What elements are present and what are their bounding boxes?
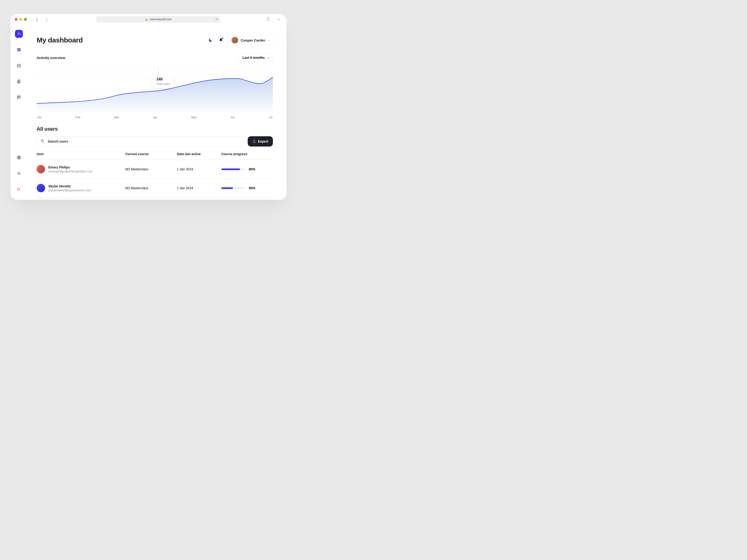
x-tick: Mar <box>114 116 119 119</box>
chart-tooltip: 349 Total users <box>153 75 174 88</box>
user-name: Skylar Herwitz <box>48 184 91 188</box>
search-input[interactable] <box>47 139 239 143</box>
user-email: skylarhewitz@skylarhewitz.com <box>48 189 91 192</box>
sidebar-item-logout[interactable] <box>15 185 23 193</box>
sidebar-item-help[interactable] <box>15 154 23 161</box>
activity-title: Activity overview <box>37 56 66 60</box>
x-tick: Feb <box>76 116 80 119</box>
user-last-active: 1 Jan 2024 <box>177 167 221 171</box>
progress-percent: 50% <box>249 186 255 190</box>
search-icon <box>41 139 44 144</box>
col-header-last-active: Date last active <box>177 152 221 156</box>
chevron-down-icon: ⌄ <box>267 38 270 42</box>
progress-percent: 80% <box>249 167 255 171</box>
export-label: Export <box>258 139 268 143</box>
browser-window: ❮ ❯ 🔒 www.blastoff.com ⟳ ＋ <box>10 14 286 200</box>
maximize-window-button[interactable] <box>24 18 27 21</box>
svg-rect-4 <box>17 50 19 51</box>
user-email: emeryphilips@emeryphillips.com <box>48 170 93 173</box>
x-tick: Jun <box>230 116 235 119</box>
x-tick: Apr <box>153 116 157 119</box>
export-icon <box>252 139 256 144</box>
minimize-window-button[interactable] <box>19 18 22 21</box>
time-range-label: Last 6 months <box>242 56 265 59</box>
svg-point-7 <box>18 157 20 158</box>
x-tick: Jan <box>37 116 42 119</box>
sidebar-item-messages[interactable] <box>15 93 23 101</box>
sidebar-item-dashboard[interactable] <box>15 46 23 54</box>
window-controls <box>15 18 27 21</box>
table-row[interactable]: Skylar Herwitz skylarhewitz@skylarhewitz… <box>37 179 273 197</box>
close-window-button[interactable] <box>15 18 18 21</box>
user-course: ND Masterclass <box>125 186 177 190</box>
nav-back-button[interactable]: ❮ <box>33 17 41 22</box>
page-title: My dashboard <box>37 36 83 44</box>
dark-mode-toggle[interactable] <box>208 37 213 43</box>
progress-bar <box>221 187 244 189</box>
users-table: User Current course Date last active Cou… <box>37 152 273 200</box>
svg-point-13 <box>41 139 43 142</box>
sidebar-app-logo[interactable] <box>15 30 23 38</box>
col-header-course: Current course <box>125 152 177 156</box>
nav-forward-button[interactable]: ❯ <box>43 17 50 22</box>
x-tick: Jul <box>269 116 273 119</box>
chart-x-axis: JanFebMarAprMayJunJul <box>37 116 273 119</box>
account-name: Cooper Carder <box>241 38 265 42</box>
address-bar[interactable]: 🔒 www.blastoff.com ⟳ <box>96 16 220 23</box>
chevron-down-icon: ⌄ <box>267 56 269 59</box>
user-last-active: 1 Jan 2024 <box>177 186 221 190</box>
search-users-field[interactable] <box>37 136 243 146</box>
url-text: www.blastoff.com <box>150 18 171 21</box>
notifications-button[interactable] <box>218 37 224 43</box>
user-avatar <box>37 184 45 192</box>
users-title: All users <box>37 126 273 132</box>
sidebar-item-documents[interactable] <box>15 77 23 85</box>
svg-rect-5 <box>18 80 20 82</box>
user-course: ND Masterclass <box>125 167 177 171</box>
svg-rect-2 <box>19 48 21 49</box>
x-tick: May <box>191 116 197 119</box>
reload-icon[interactable]: ⟳ <box>215 18 218 21</box>
tooltip-value: 349 <box>156 77 170 81</box>
progress-bar <box>221 168 244 170</box>
user-name: Emery Philips <box>48 165 93 169</box>
avatar <box>231 37 238 44</box>
sidebar-item-settings[interactable] <box>15 169 23 177</box>
svg-point-8 <box>19 173 20 174</box>
svg-rect-1 <box>17 48 19 50</box>
export-button[interactable]: Export <box>248 136 273 146</box>
activity-chart: 349 Total users <box>37 67 273 114</box>
main-panel: My dashboard Cooper Carder ⌄ <box>27 28 282 200</box>
table-row[interactable]: Emery Philips emeryphilips@emeryphillips… <box>37 160 273 179</box>
sidebar-item-inbox[interactable] <box>15 61 23 70</box>
svg-rect-3 <box>19 50 21 51</box>
lock-icon: 🔒 <box>145 18 148 21</box>
tooltip-label: Total users <box>156 82 170 86</box>
browser-titlebar: ❮ ❯ 🔒 www.blastoff.com ⟳ ＋ <box>10 14 286 25</box>
share-icon[interactable] <box>266 17 270 22</box>
sidebar <box>10 25 27 200</box>
account-menu[interactable]: Cooper Carder ⌄ <box>228 35 273 45</box>
col-header-user: User <box>37 152 125 156</box>
user-avatar <box>37 165 45 174</box>
table-row[interactable]: Skylar Herwitz skylarhewitz@skylarhewitz… <box>37 197 273 200</box>
notification-dot <box>222 38 223 39</box>
col-header-progress: Course progress <box>221 152 273 156</box>
time-range-select[interactable]: Last 6 months ⌄ <box>239 54 273 61</box>
new-tab-icon[interactable]: ＋ <box>276 17 281 22</box>
